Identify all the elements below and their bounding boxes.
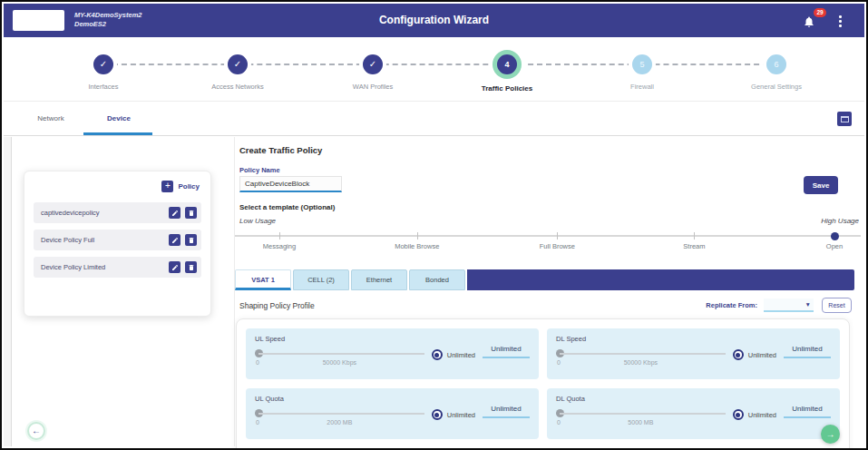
quota-panel-row: UL Quota 0 2000 MB Unlimited Unlimited	[246, 388, 840, 439]
ul-speed-label: UL Speed	[255, 335, 530, 343]
policy-row-device-policy-full[interactable]: Device Policy Full	[34, 230, 201, 250]
option-full-browse: Full Browse	[516, 242, 598, 250]
step-wan-profiles[interactable]: ✓ WAN Profiles	[314, 54, 432, 91]
step-label: WAN Profiles	[314, 83, 432, 91]
step-label: Interfaces	[44, 83, 162, 91]
slider-track[interactable]	[258, 413, 424, 415]
edit-policy-button[interactable]	[169, 234, 180, 246]
slider-track[interactable]	[560, 413, 726, 415]
pencil-icon	[171, 237, 179, 244]
policy-list-card: + Policy captivedevicepolicy Device Poli…	[24, 171, 211, 317]
wizard-stepper: ✓ Interfaces ✓ Access Networks ✓ WAN Pro…	[4, 37, 864, 102]
delete-policy-button[interactable]	[185, 207, 197, 219]
high-usage-label: High Usage	[821, 217, 859, 225]
ul-speed-slider[interactable]: 0 50000 Kbps	[255, 346, 424, 369]
template-section-heading: Select a template (Optional)	[239, 203, 335, 211]
step-traffic-policies[interactable]: 4 Traffic Policies	[448, 54, 566, 93]
tab-vsat-1[interactable]: VSAT 1	[235, 269, 291, 290]
slider-tick	[557, 232, 558, 240]
template-slider-thumb[interactable]	[831, 232, 839, 240]
trash-icon	[188, 210, 195, 217]
slider-track[interactable]	[560, 353, 726, 355]
template-options: Messaging Mobile Browse Full Browse Stre…	[235, 242, 861, 251]
policy-name-label: Policy Name	[239, 166, 280, 174]
step-general-settings[interactable]: 6 General Settings	[717, 54, 835, 91]
ul-speed-panel: UL Speed 0 50000 Kbps Unlimited Unlimite…	[246, 328, 539, 379]
main-panel: Create Traffic Policy Policy Name Save S…	[235, 137, 861, 446]
step-check-icon: ✓	[363, 54, 383, 74]
bell-icon	[803, 15, 815, 28]
policy-row-device-policy-limited[interactable]: Device Policy Limited	[34, 257, 201, 278]
policy-name: Device Policy Full	[34, 236, 169, 244]
dl-quota-value-field[interactable]: Unlimited	[784, 405, 831, 418]
dl-quota-unlimited-radio[interactable]	[733, 409, 744, 420]
slider-max: 50000 Kbps	[255, 359, 424, 366]
policy-row-captivedevicepolicy[interactable]: captivedevicepolicy	[34, 202, 201, 223]
shaping-policy-card: UL Speed 0 50000 Kbps Unlimited Unlimite…	[236, 318, 850, 450]
slider-track[interactable]	[258, 353, 424, 355]
chevron-down-icon: ▼	[805, 301, 811, 308]
create-traffic-policy-title: Create Traffic Policy	[239, 145, 322, 155]
ul-quota-value-field[interactable]: Unlimited	[483, 405, 530, 418]
low-usage-label: Low Usage	[239, 217, 276, 225]
dl-speed-slider[interactable]: 0 50000 Kbps	[556, 346, 726, 369]
ul-quota-unlimited-radio[interactable]	[432, 409, 443, 420]
step-check-icon: ✓	[93, 54, 113, 74]
pencil-icon	[171, 210, 179, 217]
dl-speed-unlimited-radio[interactable]	[733, 349, 744, 360]
dl-speed-panel: DL Speed 0 50000 Kbps Unlimited Unlimite…	[547, 328, 840, 379]
notifications-button[interactable]: 29	[803, 11, 821, 31]
delete-policy-button[interactable]	[185, 234, 197, 246]
tab-cell[interactable]: CELL (2)	[293, 269, 349, 290]
ul-quota-slider[interactable]: 0 2000 MB	[255, 406, 424, 429]
reset-button[interactable]: Reset	[822, 298, 852, 313]
ul-speed-value-field[interactable]: Unlimited	[483, 345, 530, 358]
slider-tick	[279, 232, 280, 240]
slider-line	[235, 235, 861, 237]
dl-speed-value-field[interactable]: Unlimited	[784, 345, 831, 358]
slider-tick	[417, 232, 418, 240]
step-number: 5	[632, 54, 652, 74]
next-button[interactable]: →	[821, 425, 840, 444]
app-header: MY-K4DemoSystem2 DemoES2 Configuration W…	[4, 4, 864, 37]
replicate-from-label: Replicate From:	[706, 301, 757, 309]
save-button[interactable]: Save	[804, 176, 838, 194]
step-label: General Settings	[717, 83, 835, 91]
trash-icon	[188, 237, 195, 244]
option-mobile-browse: Mobile Browse	[376, 242, 458, 250]
unlimited-radio-label: Unlimited	[748, 411, 776, 419]
edit-policy-button[interactable]	[169, 261, 180, 273]
template-slider-track[interactable]	[235, 231, 861, 240]
collapsed-sidebar-gutter	[4, 137, 12, 446]
step-interfaces[interactable]: ✓ Interfaces	[44, 54, 162, 91]
policy-name: captivedevicepolicy	[34, 209, 169, 217]
policy-name-input[interactable]	[239, 176, 342, 192]
unlimited-radio-label: Unlimited	[748, 351, 776, 359]
tab-ethernet[interactable]: Ethernet	[351, 269, 407, 290]
dl-quota-slider[interactable]: 0 5000 MB	[556, 406, 726, 429]
back-button[interactable]: ←	[27, 422, 45, 440]
edit-policy-button[interactable]	[169, 207, 180, 219]
option-open: Open	[794, 242, 868, 250]
unlimited-radio-label: Unlimited	[447, 411, 475, 419]
page-title: Configuration Wizard	[4, 14, 864, 26]
notification-count-badge: 29	[814, 8, 826, 17]
add-policy-button[interactable]: + Policy	[161, 181, 200, 192]
option-stream: Stream	[653, 242, 735, 250]
ul-speed-unlimited-radio[interactable]	[432, 349, 443, 360]
tab-network[interactable]: Network	[24, 102, 78, 135]
step-firewall[interactable]: 5 Firewall	[583, 54, 701, 91]
active-tab-underline	[83, 132, 152, 135]
view-tab-bar: Network Device	[4, 102, 864, 136]
step-access-networks[interactable]: ✓ Access Networks	[179, 54, 297, 91]
interface-tab-bar: VSAT 1 CELL (2) Ethernet Bonded	[235, 269, 854, 290]
tab-device[interactable]: Device	[87, 102, 151, 135]
replicate-from-dropdown[interactable]: ▼	[764, 298, 814, 312]
slider-max: 2000 MB	[255, 419, 424, 426]
expand-window-icon[interactable]	[837, 112, 852, 126]
dl-speed-label: DL Speed	[556, 335, 831, 343]
tab-bonded[interactable]: Bonded	[409, 269, 465, 290]
delete-policy-button[interactable]	[185, 261, 197, 273]
kebab-menu-icon[interactable]	[836, 15, 844, 28]
step-label: Access Networks	[179, 83, 297, 91]
